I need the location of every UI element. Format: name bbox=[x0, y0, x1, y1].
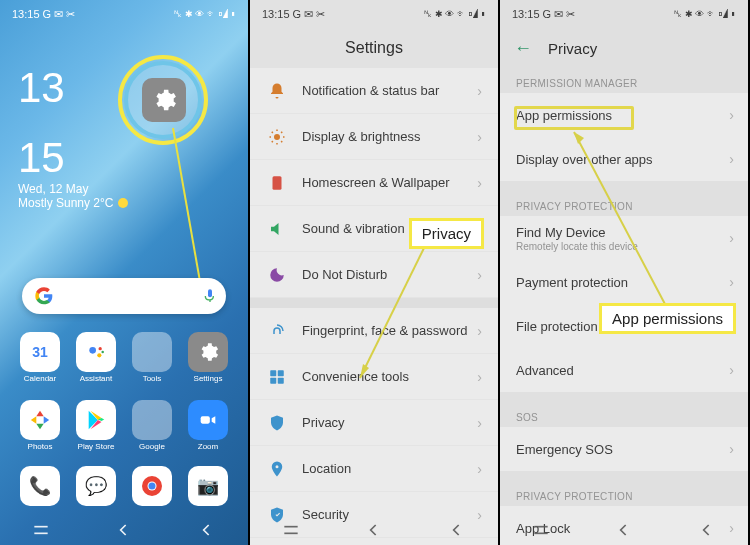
section-privacy-protection: PRIVACY PROTECTION bbox=[500, 191, 748, 216]
privacy-item-emergency-sos[interactable]: Emergency SOS› bbox=[500, 427, 748, 471]
date-label: Wed, 12 May bbox=[18, 182, 230, 196]
settings-item-privacy[interactable]: Privacy› bbox=[250, 400, 498, 446]
privacy-icon bbox=[266, 412, 288, 434]
app-photos[interactable]: Photos bbox=[16, 400, 64, 451]
homescreen-icon bbox=[266, 172, 288, 194]
nav-recents[interactable] bbox=[531, 520, 551, 540]
privacy-title: Privacy bbox=[548, 40, 597, 57]
chevron-right-icon: › bbox=[729, 230, 734, 246]
chevron-right-icon: › bbox=[729, 441, 734, 457]
nav-back[interactable] bbox=[614, 520, 634, 540]
android-nav-bar bbox=[0, 515, 248, 545]
chevron-right-icon: › bbox=[729, 107, 734, 123]
settings-item-notification[interactable]: Notification & status bar› bbox=[250, 68, 498, 114]
clock-minutes: 15 bbox=[18, 138, 230, 178]
settings-item-fingerprint[interactable]: Fingerprint, face & password› bbox=[250, 308, 498, 354]
chevron-right-icon: › bbox=[477, 175, 482, 191]
chevron-right-icon: › bbox=[729, 274, 734, 290]
svg-point-5 bbox=[101, 351, 104, 354]
app-camera[interactable]: 📷 bbox=[184, 466, 232, 506]
nav-back[interactable] bbox=[364, 520, 384, 540]
settings-icon-zoomed[interactable] bbox=[142, 78, 186, 122]
chevron-right-icon: › bbox=[729, 362, 734, 378]
app-chrome[interactable] bbox=[128, 466, 176, 506]
status-icons-right: ᴺₖ ✱ 👁 ᯤ ▯◢ ▮ bbox=[174, 9, 236, 19]
privacy-item-payment[interactable]: Payment protection› bbox=[500, 260, 748, 304]
svg-rect-16 bbox=[270, 377, 276, 383]
section-sos: SOS bbox=[500, 402, 748, 427]
app-messages[interactable]: 💬 bbox=[72, 466, 120, 506]
tools-icon bbox=[266, 366, 288, 388]
privacy-item-display-over[interactable]: Display over other apps› bbox=[500, 137, 748, 181]
section-permission-manager: PERMISSION MANAGER bbox=[500, 68, 748, 93]
back-arrow-icon[interactable]: ← bbox=[514, 38, 532, 59]
section-privacy-protection-2: PRIVACY PROTECTION bbox=[500, 481, 748, 506]
app-calendar[interactable]: 31Calendar bbox=[16, 332, 64, 383]
settings-item-display[interactable]: Display & brightness› bbox=[250, 114, 498, 160]
svg-point-12 bbox=[274, 134, 280, 140]
svg-point-4 bbox=[97, 353, 101, 357]
callout-privacy: Privacy bbox=[409, 218, 484, 249]
chevron-right-icon: › bbox=[477, 129, 482, 145]
android-nav-bar bbox=[250, 515, 498, 545]
google-logo-icon bbox=[34, 286, 54, 306]
nav-home[interactable] bbox=[697, 520, 717, 540]
moon-icon bbox=[266, 264, 288, 286]
weather-label: Mostly Sunny 2°C bbox=[18, 196, 230, 210]
svg-rect-6 bbox=[201, 416, 210, 423]
nav-recents[interactable] bbox=[281, 520, 301, 540]
android-nav-bar bbox=[500, 515, 748, 545]
svg-rect-14 bbox=[270, 370, 276, 376]
status-icons-left: G ✉ ✂ bbox=[43, 8, 76, 21]
app-tools-folder[interactable]: Tools bbox=[128, 332, 176, 383]
nav-back[interactable] bbox=[114, 520, 134, 540]
notification-icon bbox=[266, 80, 288, 102]
nav-home[interactable] bbox=[447, 520, 467, 540]
app-play-store[interactable]: Play Store bbox=[72, 400, 120, 451]
app-settings[interactable]: Settings bbox=[184, 332, 232, 383]
status-bar: 13:15G ✉ ✂ ᴺₖ ✱ 👁 ᯤ ▯◢ ▮ bbox=[500, 0, 748, 28]
settings-item-location[interactable]: Location› bbox=[250, 446, 498, 492]
chevron-right-icon: › bbox=[477, 369, 482, 385]
settings-title: Settings bbox=[250, 28, 498, 68]
chevron-right-icon: › bbox=[477, 461, 482, 477]
mic-icon[interactable] bbox=[202, 288, 218, 304]
svg-point-3 bbox=[99, 347, 102, 350]
status-bar: 13:15G ✉ ✂ ᴺₖ ✱ 👁 ᯤ ▯◢ ▮ bbox=[0, 0, 248, 28]
nav-recents[interactable] bbox=[31, 520, 51, 540]
chevron-right-icon: › bbox=[477, 323, 482, 339]
settings-item-convenience[interactable]: Convenience tools› bbox=[250, 354, 498, 400]
privacy-item-app-permissions[interactable]: App permissions› bbox=[500, 93, 748, 137]
sound-icon bbox=[266, 218, 288, 240]
privacy-header: ← Privacy bbox=[500, 28, 748, 68]
privacy-item-advanced[interactable]: Advanced› bbox=[500, 348, 748, 392]
settings-item-dnd[interactable]: Do Not Disturb› bbox=[250, 252, 498, 298]
svg-point-9 bbox=[149, 483, 156, 490]
status-bar: 13:15G ✉ ✂ ᴺₖ ✱ 👁 ᯤ ▯◢ ▮ bbox=[250, 0, 498, 28]
location-icon bbox=[266, 458, 288, 480]
google-search-bar[interactable] bbox=[22, 278, 226, 314]
svg-point-2 bbox=[89, 347, 96, 354]
phone-privacy-screen: 13:15G ✉ ✂ ᴺₖ ✱ 👁 ᯤ ▯◢ ▮ ← Privacy PERMI… bbox=[500, 0, 750, 545]
nav-home[interactable] bbox=[197, 520, 217, 540]
settings-item-homescreen[interactable]: Homescreen & Wallpaper› bbox=[250, 160, 498, 206]
brightness-icon bbox=[266, 126, 288, 148]
privacy-item-find-my-device[interactable]: Find My DeviceRemotely locate this devic… bbox=[500, 216, 748, 260]
chevron-right-icon: › bbox=[729, 151, 734, 167]
phone-home-screen: 13:15G ✉ ✂ ᴺₖ ✱ 👁 ᯤ ▯◢ ▮ 13 15 Wed, 12 M… bbox=[0, 0, 250, 545]
chevron-right-icon: › bbox=[477, 415, 482, 431]
chevron-right-icon: › bbox=[477, 267, 482, 283]
svg-rect-17 bbox=[278, 377, 284, 383]
home-widget-area: 13 15 Wed, 12 May Mostly Sunny 2°C bbox=[0, 28, 248, 220]
app-assistant[interactable]: Assistant bbox=[72, 332, 120, 383]
clock-hours: 13 bbox=[18, 68, 230, 108]
status-time: 13:15 bbox=[12, 8, 40, 20]
app-phone[interactable]: 📞 bbox=[16, 466, 64, 506]
callout-app-permissions: App permissions bbox=[599, 303, 736, 334]
fingerprint-icon bbox=[266, 320, 288, 342]
phone-settings-screen: 13:15G ✉ ✂ ᴺₖ ✱ 👁 ᯤ ▯◢ ▮ Settings Notifi… bbox=[250, 0, 500, 545]
chevron-right-icon: › bbox=[477, 83, 482, 99]
app-zoom[interactable]: Zoom bbox=[184, 400, 232, 451]
svg-rect-13 bbox=[273, 176, 282, 190]
app-google-folder[interactable]: Google bbox=[128, 400, 176, 451]
